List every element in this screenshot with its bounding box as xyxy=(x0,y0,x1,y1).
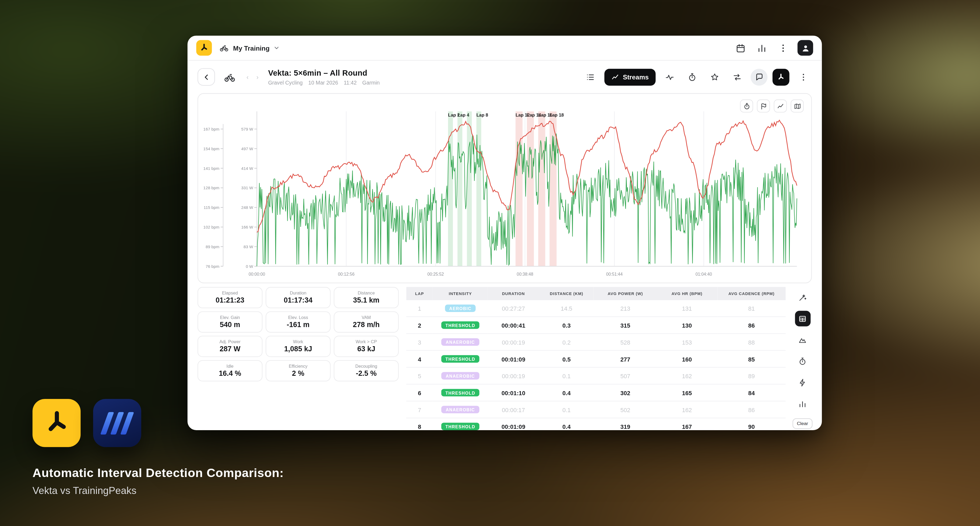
lap-row[interactable]: 2THRESHOLD00:00:410.331513086 xyxy=(406,317,786,333)
line-chart-icon xyxy=(776,102,784,110)
clear-button[interactable]: Clear xyxy=(792,418,812,429)
stat-label: Work > CP xyxy=(337,340,396,344)
next-activity-button[interactable]: › xyxy=(253,72,262,81)
lap-cell: 153 xyxy=(657,333,718,351)
vekta-sync-button[interactable] xyxy=(773,69,789,85)
more-button[interactable] xyxy=(776,41,790,55)
chart-map-button[interactable] xyxy=(791,99,804,113)
lap-time-button[interactable] xyxy=(795,353,810,369)
analytics-button[interactable] xyxy=(755,41,769,55)
lap-cell: 3 xyxy=(406,333,433,351)
lap-row[interactable]: 8THRESHOLD00:01:090.431916790 xyxy=(406,418,786,430)
lap-cell: 8 xyxy=(406,418,433,430)
lap-cell: 0.4 xyxy=(539,384,594,401)
stat-label: Duration xyxy=(269,291,328,295)
activity-sport: Gravel Cycling xyxy=(268,79,302,85)
column-header[interactable]: DURATION xyxy=(488,287,539,300)
activity-more-button[interactable] xyxy=(794,68,812,86)
app-icons xyxy=(33,399,284,447)
lap-row[interactable]: 6THRESHOLD00:01:100.430216584 xyxy=(406,384,786,401)
lap-cell: 00:00:19 xyxy=(488,333,539,351)
streams-view-button[interactable]: Streams xyxy=(604,69,656,85)
lap-row[interactable]: 3ANAEROBIC00:00:190.252815388 xyxy=(406,333,786,351)
compare-button[interactable] xyxy=(728,68,746,86)
lap-cell: 14.5 xyxy=(539,300,594,317)
list-icon xyxy=(585,72,595,81)
topbar: My Training xyxy=(188,35,822,61)
lap-row[interactable]: 4THRESHOLD00:01:090.527716085 xyxy=(406,351,786,367)
stopwatch-icon xyxy=(798,357,807,365)
kebab-icon xyxy=(799,72,808,81)
time-button[interactable] xyxy=(683,68,701,86)
comments-button[interactable] xyxy=(751,69,768,85)
laps-table: LAPINTENSITYDURATIONDISTANCE (KM)AVG POW… xyxy=(406,287,786,430)
lap-analytics-button[interactable] xyxy=(795,396,810,411)
lap-cell: 1 xyxy=(406,300,433,317)
intensity-cell: ANAEROBIC xyxy=(433,367,488,384)
svg-text:497 W: 497 W xyxy=(241,147,253,151)
chart-time-button[interactable] xyxy=(740,99,753,113)
intensity-cell: AEROBIC xyxy=(433,300,488,317)
svg-text:154 bpm: 154 bpm xyxy=(204,147,220,151)
workspace-switcher[interactable]: My Training xyxy=(219,43,280,53)
streams-chart[interactable]: Lap 2Lap 4Lap 8Lap 12Lap 14Lap 16Lap 181… xyxy=(198,94,811,282)
lap-row[interactable]: 1AEROBIC00:27:2714.521313181 xyxy=(406,300,786,317)
prev-activity-button[interactable]: ‹ xyxy=(243,72,252,81)
column-header[interactable]: AVG HR (BPM) xyxy=(657,287,718,300)
power-button[interactable] xyxy=(795,375,810,390)
column-header[interactable]: AVG CADENCE (RPM) xyxy=(718,287,786,300)
svg-text:0 W: 0 W xyxy=(246,264,253,269)
stat-value: 63 kJ xyxy=(337,345,396,353)
workspace-label: My Training xyxy=(233,44,270,52)
avatar[interactable] xyxy=(797,40,813,56)
activity-date: 10 Mar 2026 xyxy=(309,79,338,85)
lap-cell: 7 xyxy=(406,401,433,418)
table-view-button[interactable] xyxy=(795,311,810,326)
lap-cell: 84 xyxy=(718,384,786,401)
favorite-button[interactable] xyxy=(706,68,723,86)
lap-row[interactable]: 5ANAEROBIC00:00:190.150716289 xyxy=(406,367,786,384)
intensity-badge: THRESHOLD xyxy=(441,423,479,430)
stat-label: Efficiency xyxy=(269,364,328,368)
svg-text:167 bpm: 167 bpm xyxy=(204,127,220,131)
laps-flag-icon xyxy=(760,102,767,110)
trainingpeaks-app-icon xyxy=(93,399,141,447)
lap-cell: 00:00:41 xyxy=(488,317,539,333)
intensity-badge: ANAEROBIC xyxy=(441,338,479,346)
intensity-cell: ANAEROBIC xyxy=(433,333,488,351)
column-header[interactable]: LAP xyxy=(406,287,433,300)
activity-time: 11:42 xyxy=(344,79,357,85)
interval-detect-button[interactable] xyxy=(795,289,810,305)
column-header[interactable]: DISTANCE (KM) xyxy=(539,287,594,300)
back-button[interactable] xyxy=(197,68,215,86)
column-header[interactable]: INTENSITY xyxy=(433,287,488,300)
caption-subtitle: Vekta vs TrainingPeaks xyxy=(33,485,284,496)
stat-label: Elev. Gain xyxy=(201,315,259,320)
zones-button[interactable] xyxy=(660,68,678,86)
lap-cell: 90 xyxy=(718,418,786,430)
lap-row[interactable]: 7ANAEROBIC00:00:170.150216286 xyxy=(406,401,786,418)
caption: Automatic Interval Detection Comparison:… xyxy=(33,399,284,496)
chart-laps-button[interactable] xyxy=(757,99,770,113)
calendar-button[interactable] xyxy=(734,41,748,55)
laps-view-button[interactable] xyxy=(581,68,599,86)
pulse-icon xyxy=(665,72,674,81)
chart-toolbar xyxy=(740,99,804,113)
vekta-logo[interactable] xyxy=(196,40,212,56)
stat-card: Decoupling-2.5 % xyxy=(334,360,399,381)
stat-card: Distance35.1 km xyxy=(334,287,399,308)
svg-text:331 W: 331 W xyxy=(241,185,253,190)
lap-cell: 86 xyxy=(718,401,786,418)
elevation-button[interactable] xyxy=(795,332,810,347)
stat-label: VAM xyxy=(337,315,396,320)
vekta-mark-icon xyxy=(199,43,209,53)
lap-cell: 4 xyxy=(406,351,433,367)
lap-cell: 302 xyxy=(594,384,657,401)
stopwatch-icon xyxy=(687,72,697,81)
lap-cell: 89 xyxy=(718,367,786,384)
lap-cell: 277 xyxy=(594,351,657,367)
caption-title: Automatic Interval Detection Comparison: xyxy=(33,466,284,480)
chart-streams-button[interactable] xyxy=(774,99,787,113)
column-header[interactable]: AVG POWER (W) xyxy=(594,287,657,300)
line-chart-icon xyxy=(611,73,619,81)
